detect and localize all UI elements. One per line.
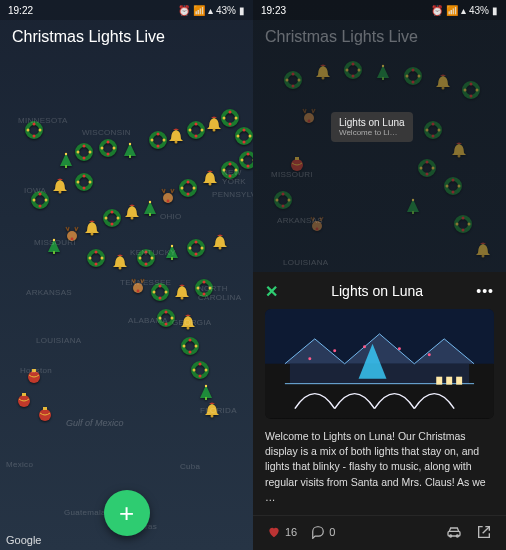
map-marker-wreath[interactable] — [221, 109, 239, 127]
state-label: IOWA — [24, 186, 46, 195]
state-label: LOUISIANA — [283, 258, 328, 267]
map-marker-wreath[interactable] — [179, 179, 197, 197]
map-marker-wreath[interactable] — [462, 81, 480, 99]
map-canvas[interactable]: MINNESOTA WISCONSIN IOWA MISSOURI ARKANS… — [0, 0, 253, 550]
country-label: Cuba — [180, 462, 200, 471]
state-label: MISSOURI — [271, 170, 313, 179]
svg-rect-18 — [456, 377, 462, 385]
map-marker-wreath[interactable] — [187, 121, 205, 139]
city-label: Houston — [20, 366, 52, 375]
close-button[interactable]: ✕ — [265, 282, 278, 301]
svg-point-19 — [308, 357, 311, 360]
map-tooltip[interactable]: Lights on Luna Welcome to Li… — [331, 112, 413, 142]
svg-point-22 — [398, 347, 401, 350]
signal-icon: ▴ — [461, 5, 466, 16]
map-marker-wreath[interactable] — [284, 71, 302, 89]
map-marker-ball[interactable] — [36, 405, 54, 423]
state-label: LOUISIANA — [36, 336, 81, 345]
state-label: NEW YORK — [222, 168, 253, 186]
status-time: 19:23 — [261, 5, 286, 16]
map-marker-tree[interactable] — [121, 141, 139, 159]
map-marker-bell[interactable] — [201, 169, 219, 187]
map-marker-tree[interactable] — [404, 197, 422, 215]
map-marker-wreath[interactable] — [235, 127, 253, 145]
map-marker-wreath[interactable] — [103, 209, 121, 227]
map-marker-wreath[interactable] — [444, 177, 462, 195]
map-marker-bell[interactable] — [83, 219, 101, 237]
map-marker-wreath[interactable] — [424, 121, 442, 139]
map-marker-tree[interactable] — [57, 151, 75, 169]
map-marker-wreath[interactable] — [87, 249, 105, 267]
battery-text: 43% — [469, 5, 489, 16]
svg-rect-16 — [436, 377, 442, 385]
svg-rect-17 — [446, 377, 452, 385]
listing-photo[interactable] — [265, 309, 494, 419]
svg-point-20 — [333, 349, 336, 352]
map-marker-bell[interactable] — [211, 233, 229, 251]
comment-icon — [311, 525, 325, 539]
directions-button[interactable] — [446, 524, 462, 540]
like-button[interactable]: 16 — [267, 525, 297, 539]
share-icon — [476, 524, 492, 540]
state-label: GEORGIA — [172, 318, 211, 327]
map-marker-wreath[interactable] — [454, 215, 472, 233]
share-button[interactable] — [476, 524, 492, 540]
state-label: ARKANSAS — [26, 288, 72, 297]
map-marker-tree[interactable] — [374, 63, 392, 81]
map-marker-tree[interactable] — [141, 199, 159, 217]
country-label: Mexico — [6, 460, 33, 469]
tooltip-title: Lights on Luna — [339, 117, 405, 128]
map-marker-bell[interactable] — [474, 241, 492, 259]
map-marker-ball[interactable] — [15, 391, 33, 409]
map-marker-deer[interactable] — [300, 107, 318, 125]
map-marker-deer[interactable] — [159, 187, 177, 205]
add-button[interactable]: + — [104, 490, 150, 536]
map-marker-bell[interactable] — [111, 253, 129, 271]
map-marker-wreath[interactable] — [239, 151, 253, 169]
heart-icon — [267, 525, 281, 539]
map-marker-wreath[interactable] — [344, 61, 362, 79]
state-label: KENTUCKY — [130, 248, 176, 257]
map-marker-wreath[interactable] — [187, 239, 205, 257]
map-marker-wreath[interactable] — [75, 173, 93, 191]
alarm-icon: ⏰ — [178, 5, 190, 16]
country-label: Guatemala — [64, 508, 106, 517]
map-marker-wreath[interactable] — [149, 131, 167, 149]
listing-description: Welcome to Lights on Luna! Our Christmas… — [253, 429, 506, 515]
comment-button[interactable]: 0 — [311, 525, 335, 539]
map-marker-wreath[interactable] — [418, 159, 436, 177]
map-marker-bell[interactable] — [434, 73, 452, 91]
plus-icon: + — [119, 500, 134, 526]
battery-text: 43% — [216, 5, 236, 16]
map-marker-wreath[interactable] — [274, 191, 292, 209]
map-marker-bell[interactable] — [123, 203, 141, 221]
map-marker-bell[interactable] — [167, 127, 185, 145]
state-label: OHIO — [160, 212, 182, 221]
alarm-icon: ⏰ — [431, 5, 443, 16]
state-label: MINNESOTA — [18, 116, 68, 125]
map-marker-bell[interactable] — [173, 283, 191, 301]
map-attribution: Google — [6, 534, 41, 546]
battery-icon: ▮ — [239, 5, 245, 16]
map-marker-bell[interactable] — [51, 177, 69, 195]
svg-point-23 — [428, 353, 431, 356]
map-marker-wreath[interactable] — [99, 139, 117, 157]
comment-count: 0 — [329, 526, 335, 538]
more-button[interactable]: ••• — [476, 283, 494, 299]
status-bar: 19:23 ⏰ 📶 ▴ 43% ▮ — [253, 0, 506, 20]
state-label: TENNESSEE — [120, 278, 171, 287]
map-marker-bell[interactable] — [314, 63, 332, 81]
map-marker-wreath[interactable] — [75, 143, 93, 161]
map-marker-wreath[interactable] — [404, 67, 422, 85]
map-marker-wreath[interactable] — [191, 361, 209, 379]
app-title: Christmas Lights Live — [253, 20, 430, 54]
map-marker-wreath[interactable] — [181, 337, 199, 355]
map-marker-tree[interactable] — [197, 383, 215, 401]
wifi-icon: 📶 — [446, 5, 458, 16]
sheet-title: Lights on Luna — [331, 283, 423, 299]
signal-icon: ▴ — [208, 5, 213, 16]
map-marker-bell[interactable] — [450, 141, 468, 159]
battery-icon: ▮ — [492, 5, 498, 16]
lights-illustration — [265, 309, 494, 419]
state-label: FLORIDA — [200, 406, 237, 415]
